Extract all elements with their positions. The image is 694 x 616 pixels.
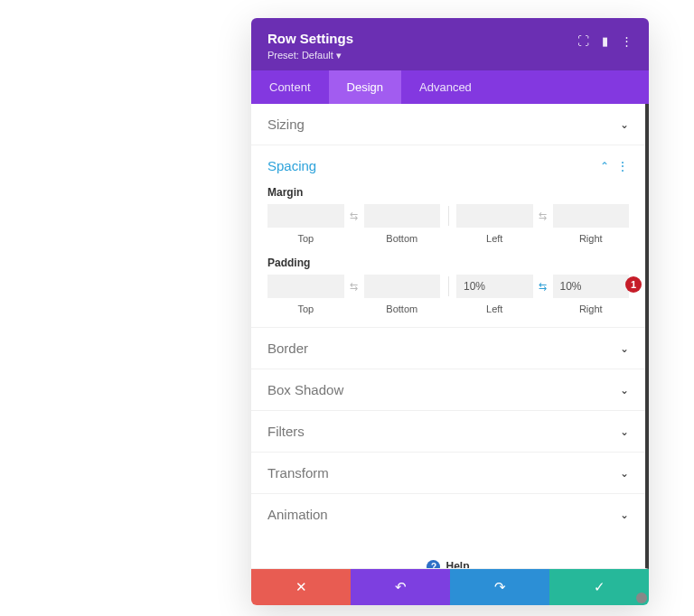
preset-selector[interactable]: Preset: Default ▾ xyxy=(267,50,353,61)
help-label: Help xyxy=(445,560,469,569)
help-icon: ? xyxy=(427,560,440,569)
label-left: Left xyxy=(456,233,533,244)
section-title-animation: Animation xyxy=(267,507,328,522)
chevron-down-icon: ⌄ xyxy=(620,118,629,131)
margin-left-input[interactable] xyxy=(456,204,533,228)
section-spacing: Spacing ⌃ ⋮ Margin ⇆ ⇆ Top xyxy=(251,145,645,328)
margin-top-input[interactable] xyxy=(267,204,344,228)
tabs: Content Design Advanced xyxy=(251,70,649,104)
padding-right-input[interactable] xyxy=(553,275,630,298)
chevron-down-icon: ⌄ xyxy=(620,384,629,397)
tab-design[interactable]: Design xyxy=(329,70,401,104)
modal-header: Row Settings Preset: Default ▾ ⛶ ▮ ⋮ xyxy=(251,18,649,70)
modal-footer: ✕ ↶ ↷ ✓ xyxy=(251,569,649,605)
link-icon[interactable]: ⇆ xyxy=(537,281,549,293)
section-border[interactable]: Border ⌄ xyxy=(251,328,645,369)
chevron-down-icon: ⌄ xyxy=(620,425,629,438)
panel-body: Sizing ⌄ Spacing ⌃ ⋮ Margin ⇆ xyxy=(251,104,649,569)
link-icon[interactable]: ⇆ xyxy=(348,281,361,293)
label-left: Left xyxy=(456,303,533,314)
padding-top-input[interactable] xyxy=(267,275,344,298)
label-right: Right xyxy=(553,233,630,244)
section-title-spacing: Spacing xyxy=(267,158,316,173)
chevron-down-icon: ⌄ xyxy=(620,467,629,480)
label-bottom: Bottom xyxy=(364,303,441,314)
resize-handle-icon[interactable] xyxy=(636,593,647,603)
section-title-sizing: Sizing xyxy=(267,117,305,132)
section-spacing-header[interactable]: Spacing ⌃ ⋮ xyxy=(267,158,629,173)
padding-label: Padding xyxy=(267,257,629,269)
margin-right-input[interactable] xyxy=(553,204,630,228)
row-settings-modal: Row Settings Preset: Default ▾ ⛶ ▮ ⋮ Con… xyxy=(251,18,649,605)
chevron-down-icon: ⌄ xyxy=(620,509,629,521)
chevron-up-icon: ⌃ xyxy=(600,160,609,173)
divider xyxy=(448,206,449,226)
section-filters[interactable]: Filters ⌄ xyxy=(251,411,645,453)
annotation-badge: 1 xyxy=(625,276,642,293)
padding-bottom-input[interactable] xyxy=(364,275,441,298)
link-icon[interactable]: ⇆ xyxy=(537,210,549,222)
tab-content[interactable]: Content xyxy=(251,70,329,104)
help-link[interactable]: ?Help xyxy=(251,535,645,569)
section-title-border: Border xyxy=(267,341,308,356)
expand-icon[interactable]: ⛶ xyxy=(577,34,589,48)
section-title-boxshadow: Box Shadow xyxy=(267,382,343,397)
padding-left-input[interactable] xyxy=(456,275,533,298)
section-animation[interactable]: Animation ⌄ xyxy=(251,494,645,535)
chevron-down-icon: ⌄ xyxy=(620,342,629,355)
section-sizing[interactable]: Sizing ⌄ xyxy=(251,104,645,145)
link-icon[interactable]: ⇆ xyxy=(348,210,361,222)
label-right: Right xyxy=(553,303,630,314)
section-title-transform: Transform xyxy=(267,465,329,481)
modal-title: Row Settings xyxy=(267,31,353,46)
save-button[interactable]: ✓ xyxy=(549,569,649,605)
divider xyxy=(448,276,449,296)
margin-bottom-input[interactable] xyxy=(364,204,441,228)
label-bottom: Bottom xyxy=(364,233,441,244)
section-transform[interactable]: Transform ⌄ xyxy=(251,453,645,494)
margin-block: Margin ⇆ ⇆ Top Bottom Left Right xyxy=(267,186,629,244)
tab-advanced[interactable]: Advanced xyxy=(401,70,490,104)
label-top: Top xyxy=(267,303,344,314)
kebab-icon[interactable]: ⋮ xyxy=(621,34,633,48)
cancel-button[interactable]: ✕ xyxy=(251,569,351,605)
kebab-icon[interactable]: ⋮ xyxy=(616,159,629,173)
padding-block: Padding ⇆ ⇆ Top Bottom Left Right 1 xyxy=(267,257,629,314)
section-title-filters: Filters xyxy=(267,424,305,439)
label-top: Top xyxy=(267,233,344,244)
columns-icon[interactable]: ▮ xyxy=(602,34,608,48)
margin-label: Margin xyxy=(267,186,629,199)
redo-button[interactable]: ↷ xyxy=(450,569,549,605)
undo-button[interactable]: ↶ xyxy=(351,569,450,605)
section-boxshadow[interactable]: Box Shadow ⌄ xyxy=(251,369,645,411)
